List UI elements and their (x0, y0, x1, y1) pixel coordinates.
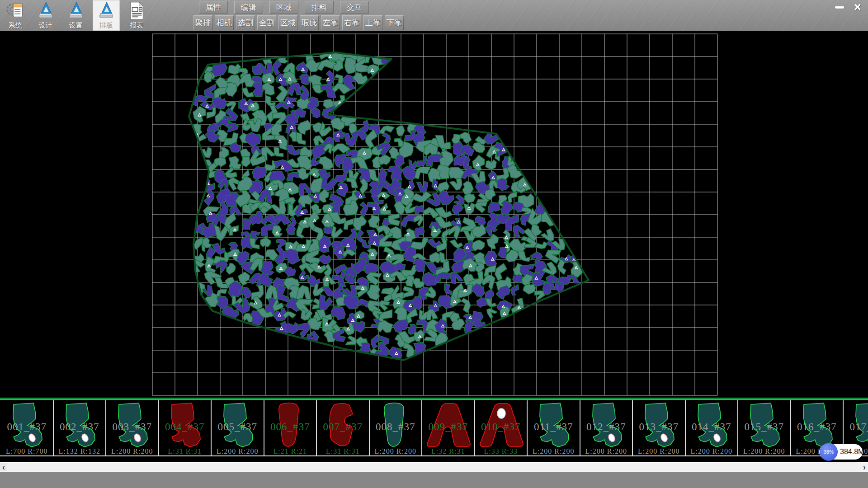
part-lr-count: L:200 R:200 (106, 447, 158, 455)
part-lr-count: L:200 R:200 (528, 447, 580, 455)
menu-button-5[interactable]: 交互 (340, 1, 369, 14)
part-thumbnail-10[interactable]: 010_#37L:33 R:33 (475, 400, 528, 456)
part-thumbnail-15[interactable]: 015_#37L:200 R:200 (738, 400, 791, 456)
part-label: 001_#37 (1, 421, 53, 433)
part-lr-count: L:33 R:33 (475, 447, 527, 455)
part-label: 012_#37 (580, 421, 632, 433)
tool-button-1[interactable]: 聚排 (193, 15, 212, 30)
mode-button-4[interactable]: 排版 (93, 0, 120, 31)
mode-bar: 系统设计设置排版报表 (2, 0, 153, 31)
scroll-right-arrow-icon[interactable]: › (861, 463, 868, 472)
set-square-icon (97, 1, 116, 21)
report-icon (127, 1, 146, 21)
part-lr-count: L:21 R:21 (264, 447, 316, 455)
part-thumbnail-2[interactable]: 002_#37L:132 R:132 (54, 400, 107, 456)
part-thumbnail-14[interactable]: 014_#37L:200 R:200 (686, 400, 739, 456)
part-lr-count: L:200 R:200 (212, 447, 264, 455)
menu-button-4[interactable]: 排料 (305, 1, 334, 14)
part-thumbnail-8[interactable]: 008_#37L:200 R:200 (370, 400, 423, 456)
part-lr-count: L:32 R:31 (422, 447, 474, 455)
mode-button-label: 设置 (69, 21, 83, 30)
application-window: 系统设计设置排版报表 属性编辑区域排料交互 聚排相机选割全割区域瑕疵左靠右靠上靠… (0, 0, 868, 488)
part-lr-count: L:31 R:31 (317, 447, 369, 455)
tool-button-4[interactable]: 全割 (257, 15, 276, 30)
memory-size-label: 384.8M (840, 444, 864, 460)
menu-button-2[interactable]: 编辑 (234, 1, 263, 14)
mode-button-label: 设计 (39, 21, 52, 30)
part-label: 005_#37 (212, 421, 264, 433)
part-label: 006_#37 (264, 421, 316, 433)
minimize-button[interactable] (833, 2, 846, 13)
part-lr-count: L:200 R:200 (686, 447, 738, 455)
scroll-left-arrow-icon[interactable]: ‹ (0, 463, 7, 472)
part-thumbnail-6[interactable]: 006_#37L:21 R:21 (264, 400, 317, 456)
part-label: 014_#37 (686, 421, 738, 433)
tool-bar: 聚排相机选割全割区域瑕疵左靠右靠上靠下靠 (193, 15, 406, 30)
tool-button-8[interactable]: 右靠 (342, 15, 361, 30)
menu-button-1[interactable]: 属性 (199, 1, 228, 14)
toolbar: 系统设计设置排版报表 属性编辑区域排料交互 聚排相机选割全割区域瑕疵左靠右靠上靠… (0, 0, 868, 31)
part-thumbnail-1[interactable]: 001_#37L:700 R:700 (1, 400, 54, 456)
part-thumbnail-5[interactable]: 005_#37L:200 R:200 (212, 400, 264, 456)
part-lr-count: L:132 R:132 (54, 447, 106, 455)
part-thumbnail-3[interactable]: 003_#37L:200 R:200 (106, 400, 159, 456)
tool-button-9[interactable]: 上靠 (363, 15, 382, 30)
part-label: 002_#37 (54, 421, 106, 433)
nested-pieces[interactable] (188, 49, 583, 360)
horizontal-scrollbar[interactable]: ‹ › (0, 462, 868, 471)
mode-button-label: 报表 (130, 21, 143, 30)
part-lr-count: L:700 R:700 (1, 447, 53, 455)
part-label: 010_#37 (475, 421, 527, 433)
part-label: 017_#37 (844, 421, 868, 433)
part-label: 016_#37 (791, 421, 843, 433)
tool-button-3[interactable]: 选割 (236, 15, 255, 30)
part-thumbnail-4[interactable]: 004_#37L:31 R:31 (159, 400, 212, 456)
part-thumbnail-13[interactable]: 013_#37L:200 R:200 (633, 400, 686, 456)
part-thumbnail-7[interactable]: 007_#37L:31 R:31 (317, 400, 370, 456)
mode-button-1[interactable]: 系统 (2, 0, 29, 31)
nest-svg (0, 31, 868, 398)
mode-button-label: 系统 (9, 21, 22, 30)
part-lr-count: L:200 R:200 (370, 447, 422, 455)
set-square-icon (36, 1, 55, 21)
gear-doc-icon (6, 1, 25, 21)
memory-usage-badge: 38% 384.8M (819, 444, 863, 460)
status-bar (0, 471, 868, 488)
part-lr-count: L:200 R:200 (580, 447, 632, 455)
minimize-icon (835, 6, 844, 9)
progress-circle: 38% (820, 443, 838, 461)
mode-button-2[interactable]: 设计 (32, 0, 59, 31)
part-thumbnail-11[interactable]: 011_#37L:200 R:200 (528, 400, 580, 456)
part-label: 004_#37 (159, 421, 211, 433)
part-label: 003_#37 (106, 421, 158, 433)
menu-bar: 属性编辑区域排料交互 (199, 1, 375, 14)
tool-button-6[interactable]: 瑕疵 (300, 15, 319, 30)
part-label: 015_#37 (738, 421, 790, 433)
part-label: 011_#37 (528, 421, 580, 433)
parts-list: 001_#37L:700 R:700002_#37L:132 R:132003_… (0, 400, 868, 456)
part-lr-count: L:31 R:31 (159, 447, 211, 455)
close-button[interactable]: × (851, 2, 864, 13)
tool-button-5[interactable]: 区域 (278, 15, 297, 30)
part-lr-count: L:200 R:200 (633, 447, 685, 455)
part-label: 007_#37 (317, 421, 369, 433)
part-lr-count: L:200 R:200 (738, 447, 790, 455)
tool-button-2[interactable]: 相机 (215, 15, 234, 30)
part-label: 008_#37 (370, 421, 422, 433)
set-square-icon (66, 1, 85, 21)
part-thumbnail-9[interactable]: 009_#37L:32 R:31 (422, 400, 475, 456)
tool-button-10[interactable]: 下靠 (385, 15, 404, 30)
mode-button-3[interactable]: 设置 (62, 0, 90, 31)
menu-button-3[interactable]: 区域 (269, 1, 298, 14)
parts-panel: 001_#37L:700 R:700002_#37L:132 R:132003_… (0, 398, 868, 457)
tool-button-7[interactable]: 左靠 (321, 15, 340, 30)
part-thumbnail-12[interactable]: 012_#37L:200 R:200 (580, 400, 633, 456)
part-label: 009_#37 (422, 421, 474, 433)
window-controls: × (833, 2, 864, 13)
nesting-canvas[interactable] (0, 31, 868, 398)
part-label: 013_#37 (633, 421, 685, 433)
mode-button-5[interactable]: 报表 (123, 0, 150, 31)
mode-button-label: 排版 (99, 21, 113, 30)
